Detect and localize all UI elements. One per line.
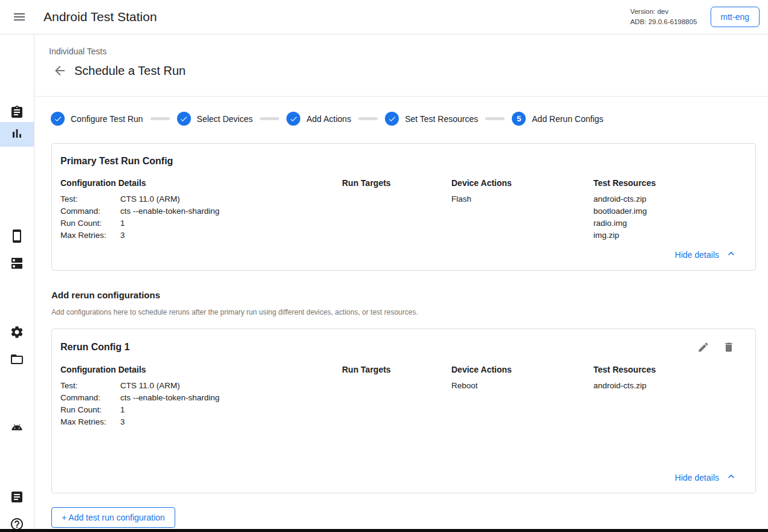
configuration-details-column: Configuration Details Test: CTS 11.0 (AR… [60,178,342,242]
sidebar-item-android[interactable] [0,417,34,441]
run-targets-column: Run Targets [342,365,451,428]
version-info: Version: dev ADB: 29.0.6-6198805 [630,7,697,27]
sidebar-item-hosts[interactable] [0,252,34,277]
step-label: Set Test Resources [405,114,478,124]
hide-details-link[interactable]: Hide details [673,468,746,487]
stepper-step-add-rerun-configs[interactable]: 5 Add Rerun Configs [512,112,603,126]
card-title: Primary Test Run Config [60,156,173,167]
step-connector [358,117,378,120]
detail-row: Test: CTS 11.0 (ARM) [60,193,342,205]
test-resource-item: android-cts.zip [593,193,746,205]
page-head: Individual Tests Schedule a Test Run [34,34,768,97]
rerun-config-card: Rerun Config 1 Configuration Details Tes… [51,328,756,493]
main-content: Individual Tests Schedule a Test Run Con… [34,34,768,532]
version-line: Version: dev [630,7,697,17]
test-resource-item: img.zip [593,229,746,242]
device-action-item: Reboot [451,380,593,392]
detail-row: Max Retries: 3 [60,416,342,428]
folder-icon [10,352,24,369]
hamburger-menu-icon[interactable] [11,8,28,25]
test-resources-column: Test Resources android-cts.zip [593,365,746,428]
clipboard-icon [10,105,24,122]
delete-trash-icon[interactable] [723,341,735,353]
bottom-black-bar [0,529,768,532]
test-resource-item: android-cts.zip [593,380,746,392]
step-label: Select Devices [197,114,253,124]
detail-row: Max Retries: 3 [60,229,342,242]
test-resources-column: Test Resources android-cts.zip bootloade… [593,178,746,242]
document-icon [10,490,24,507]
rerun-section-title: Add rerun configurations [51,290,768,300]
detail-row: Test: CTS 11.0 (ARM) [60,380,342,392]
check-circle-icon [385,112,399,126]
step-connector [150,117,170,120]
device-actions-column: Device Actions Reboot [451,365,593,428]
stepper-step-configure-test-run[interactable]: Configure Test Run [51,112,143,126]
column-header: Run Targets [342,178,451,188]
detail-row: Command: cts --enable-token-sharding [60,205,342,217]
app-root: Android Test Station Version: dev ADB: 2… [0,0,768,532]
card-title: Rerun Config 1 [60,342,130,353]
step-connector [260,117,279,120]
configuration-details-column: Configuration Details Test: CTS 11.0 (AR… [60,365,342,428]
chevron-up-icon [719,248,737,261]
test-resource-item: bootloader.img [593,205,746,217]
stepper-step-add-actions[interactable]: Add Actions [286,112,351,126]
smartphone-icon [10,229,24,246]
test-resource-item: radio.img [593,217,746,229]
add-test-run-configuration-button[interactable]: + Add test run configuration [51,507,175,528]
hide-details-link[interactable]: Hide details [673,245,746,264]
column-header: Device Actions [451,178,593,188]
check-circle-icon [177,112,191,126]
column-header: Device Actions [451,365,593,374]
edit-pencil-icon[interactable] [697,341,709,353]
sidebar-item-file-browser[interactable] [0,348,34,373]
step-connector [485,117,505,120]
column-header: Test Resources [593,178,746,188]
detail-row: Command: cts --enable-token-sharding [60,392,342,404]
app-header: Android Test Station Version: dev ADB: 2… [0,0,768,34]
device-action-item: Flash [451,193,593,205]
step-label: Add Rerun Configs [532,114,603,124]
column-header: Configuration Details [60,178,342,188]
sidebar-item-docs[interactable] [0,486,34,510]
column-header: Test Resources [593,365,746,374]
stepper-step-set-test-resources[interactable]: Set Test Resources [385,112,478,126]
stepper: Configure Test Run Select Devices Add Ac… [51,112,768,126]
gear-icon [10,325,24,342]
step-label: Add Actions [306,114,351,124]
server-icon [10,256,24,273]
check-circle-icon [51,112,65,126]
step-label: Configure Test Run [71,114,143,124]
sidebar-item-devices[interactable] [0,225,34,249]
sidebar-item-test-runs[interactable] [0,122,34,147]
detail-row: Run Count: 1 [60,217,342,229]
android-robot-icon [10,420,24,437]
breadcrumb: Individual Tests [49,46,768,56]
primary-config-card: Primary Test Run Config Configuration De… [51,143,756,271]
check-circle-icon [286,112,300,126]
account-button[interactable]: mtt-eng [711,7,760,27]
run-targets-column: Run Targets [342,178,451,242]
rerun-section-description: Add configurations here to schedule reru… [51,308,768,316]
detail-row: Run Count: 1 [60,404,342,416]
device-actions-column: Device Actions Flash [451,178,593,242]
page-title: Schedule a Test Run [74,64,186,78]
column-header: Configuration Details [60,365,342,374]
column-header: Run Targets [342,365,451,374]
chevron-up-icon [719,470,737,484]
adb-version-line: ADB: 29.0.6-6198805 [630,17,697,27]
app-title: Android Test Station [44,10,157,24]
step-number-badge: 5 [512,112,526,126]
sidebar [0,34,34,532]
sidebar-item-settings[interactable] [0,321,34,345]
back-arrow-icon[interactable] [53,63,67,78]
bar-chart-icon [10,126,24,143]
stepper-step-select-devices[interactable]: Select Devices [177,112,253,126]
